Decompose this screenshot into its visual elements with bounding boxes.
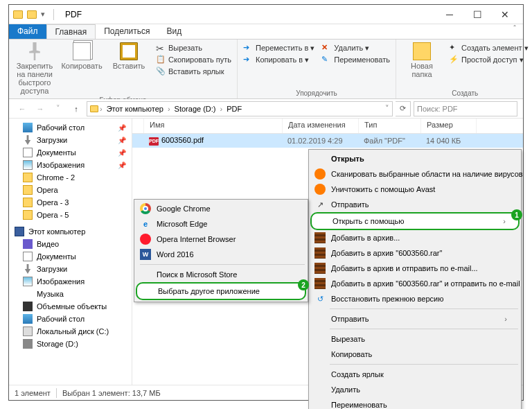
qat-dropdown-icon[interactable]: ▾ (41, 10, 45, 19)
tab-home[interactable]: Главная (46, 24, 96, 39)
nav-pane[interactable]: Рабочий стол📌Загрузки📌Документы📌Изображе… (9, 119, 132, 385)
nav-item[interactable]: Изображения (9, 275, 132, 288)
nav-thispc[interactable]: Этот компьютер (9, 225, 132, 238)
ctx-addraremail[interactable]: Добавить в архив "6003560.rar" и отправи… (310, 276, 520, 291)
nav-item[interactable]: Видео (9, 238, 132, 250)
ctx-restore[interactable]: ↺Восстановить прежнюю версию (310, 291, 520, 306)
rename-button[interactable]: ✎Переименовать (321, 54, 390, 65)
nav-item[interactable]: Музыка (9, 288, 132, 300)
app-opera[interactable]: Opera Internet Browser (136, 232, 306, 247)
app-chrome[interactable]: Google Chrome (136, 201, 306, 216)
nav-item[interactable]: Объемные объекты (9, 300, 132, 313)
pin-icon: 📌 (118, 149, 126, 157)
recent-button[interactable]: ˅ (51, 101, 66, 116)
col-size[interactable]: Размер (421, 119, 477, 133)
refresh-button[interactable]: ⟳ (396, 101, 411, 116)
ctx-cut[interactable]: Вырезать (310, 331, 520, 347)
ctx-shred[interactable]: Уничтожить с помощью Avast (310, 182, 520, 197)
avast-icon (314, 168, 326, 180)
group-new-label: Создать (402, 88, 529, 97)
nav-item[interactable]: Документы (9, 250, 132, 263)
pin-button[interactable]: Закрепить на панели быстрого доступа (15, 42, 55, 95)
copyto-button[interactable]: ➔Копировать в ▾ (243, 54, 314, 65)
pasteshortcut-button[interactable]: 📎Вставить ярлык (156, 66, 231, 77)
nav-item[interactable]: Документы📌 (9, 146, 132, 159)
edge-icon: e (140, 218, 151, 229)
share-icon: ↗ (314, 199, 326, 210)
pin-icon: 📌 (118, 162, 126, 169)
ctx-delete[interactable]: Удалить (310, 382, 520, 397)
back-button[interactable]: ← (15, 101, 30, 116)
ctx-addrar[interactable]: Добавить в архив "6003560.rar" (310, 245, 520, 261)
location-icon (90, 105, 98, 112)
nav-item[interactable]: Chrome - 2 (9, 171, 132, 184)
newitem-button[interactable]: ✦Создать элемент ▾ (449, 42, 529, 53)
nav-item[interactable]: Opera - 3 (9, 196, 132, 209)
ctx-sendto[interactable]: Отправить› (310, 311, 520, 327)
moveto-button[interactable]: ➔Переместить в ▾ (243, 42, 314, 53)
rar-icon (314, 278, 326, 289)
copy-button[interactable]: Копировать (62, 42, 102, 70)
choose-other-app[interactable]: Выбрать другое приложение2 (136, 282, 306, 300)
nav-item[interactable]: Рабочий стол (9, 313, 132, 325)
ctx-shortcut[interactable]: Создать ярлык (310, 367, 520, 382)
ctx-copy[interactable]: Копировать (310, 347, 520, 362)
easyaccess-button[interactable]: ⚡Простой доступ ▾ (449, 54, 529, 65)
tab-file[interactable]: Файл (9, 24, 46, 39)
ctx-openwith[interactable]: Открыть с помощью›1 (310, 212, 520, 230)
nav-icon (23, 302, 33, 311)
address-bar: ← → ˅ ↑ › Этот компьютер› Storage (D:)› … (9, 99, 523, 119)
nav-item[interactable]: Загрузки📌 (9, 134, 132, 146)
tab-share[interactable]: Поделиться (96, 24, 158, 39)
column-headers[interactable]: Имя Дата изменения Тип Размер (132, 119, 523, 134)
nav-item[interactable]: Локальный диск (C:) (9, 325, 132, 338)
nav-item[interactable]: Opera - 5 (9, 209, 132, 221)
minimize-button[interactable]: ─ (436, 5, 463, 24)
nav-item[interactable]: Загрузки (9, 263, 132, 275)
col-type[interactable]: Тип (359, 119, 421, 133)
search-input[interactable]: Поиск: PDF (414, 101, 517, 116)
context-menu: Открыть Сканировать выбранные области на… (308, 149, 522, 409)
breadcrumb-dropdown-icon[interactable]: ˅ (385, 104, 389, 113)
breadcrumb-item[interactable]: Storage (D:) (172, 105, 219, 113)
nav-icon (23, 135, 33, 145)
search-store[interactable]: Поиск в Microsoft Store (136, 267, 306, 282)
cut-button[interactable]: ✂Вырезать (156, 42, 231, 53)
collapse-ribbon-icon[interactable]: ˆ (506, 24, 523, 39)
close-button[interactable]: ✕ (491, 5, 519, 24)
breadcrumb-item[interactable]: Этот компьютер (104, 105, 166, 113)
callout-badge-1: 1 (511, 209, 522, 220)
nav-item[interactable]: Opera (9, 184, 132, 196)
col-date[interactable]: Дата изменения (283, 119, 359, 133)
qat-icon[interactable] (27, 10, 37, 19)
up-button[interactable]: ↑ (69, 101, 84, 116)
forward-button[interactable]: → (33, 101, 48, 116)
group-organize-label: Упорядочить (243, 88, 390, 97)
tab-view[interactable]: Вид (158, 24, 190, 39)
delete-button[interactable]: ✕Удалить ▾ (321, 42, 390, 53)
app-word[interactable]: WWord 2016 (136, 247, 306, 262)
breadcrumb[interactable]: › Этот компьютер› Storage (D:)› PDF ˅ (87, 101, 393, 116)
nav-item[interactable]: Изображения📌 (9, 159, 132, 171)
col-name[interactable]: Имя (144, 119, 283, 133)
ctx-addarchive[interactable]: Добавить в архив... (310, 230, 520, 245)
nav-item[interactable]: Storage (D:) (9, 338, 132, 350)
rar-icon (314, 247, 326, 259)
maximize-button[interactable]: ☐ (463, 5, 491, 24)
breadcrumb-item[interactable]: PDF (224, 105, 245, 113)
ctx-share[interactable]: ↗Отправить (310, 197, 520, 212)
pc-icon (15, 227, 24, 236)
nav-item[interactable]: Рабочий стол📌 (9, 121, 132, 134)
file-row[interactable]: PDF6003560.pdf 01.02.2019 4:29 Файл "PDF… (132, 134, 523, 148)
copypath-button[interactable]: 📋Скопировать путь (156, 54, 231, 65)
ctx-scan[interactable]: Сканировать выбранные области на наличие… (310, 166, 520, 182)
ctx-open[interactable]: Открыть (310, 151, 520, 166)
ctx-addemail[interactable]: Добавить в архив и отправить по e-mail..… (310, 261, 520, 276)
ctx-rename[interactable]: Переименовать (310, 397, 520, 409)
app-edge[interactable]: eMicrosoft Edge (136, 216, 306, 232)
pin-icon: 📌 (118, 124, 126, 132)
rar-icon (314, 263, 326, 274)
nav-icon (23, 198, 33, 207)
newfolder-button[interactable]: Новая папка (402, 42, 442, 78)
paste-button[interactable]: Вставить (109, 42, 149, 70)
